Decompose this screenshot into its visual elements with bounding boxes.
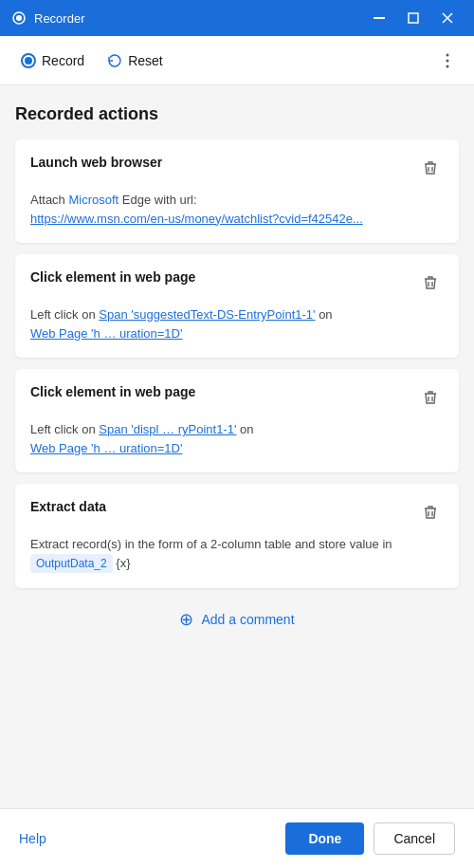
action-card-click-2: Click element in web page Left click on … xyxy=(15,369,459,472)
close-button[interactable] xyxy=(432,3,463,33)
card-body-4: Extract record(s) in the form of a 2-col… xyxy=(30,535,444,573)
card-body-text-4: Extract record(s) in the form of a 2-col… xyxy=(30,537,392,551)
maximize-button[interactable] xyxy=(398,3,428,33)
card-body-text-4b: {x} xyxy=(113,556,131,570)
svg-point-7 xyxy=(447,59,449,62)
card-body-1: Attach Microsoft Edge with url: https://… xyxy=(30,191,444,228)
section-title: Recorded actions xyxy=(15,104,459,124)
done-button[interactable]: Done xyxy=(285,822,364,855)
svg-point-1 xyxy=(16,15,22,21)
trash-icon-1 xyxy=(422,159,439,176)
card-header-1: Launch web browser xyxy=(30,155,444,181)
help-link[interactable]: Help xyxy=(19,831,46,846)
titlebar-title: Recorder xyxy=(34,11,84,26)
record-dot-inner xyxy=(25,57,32,65)
svg-rect-2 xyxy=(374,17,385,19)
add-comment-button[interactable]: ⊕ Add a comment xyxy=(15,600,459,639)
footer-buttons: Done Cancel xyxy=(285,822,455,855)
titlebar: Recorder xyxy=(0,0,474,36)
more-options-button[interactable] xyxy=(432,46,463,76)
reset-label: Reset xyxy=(128,53,163,68)
add-comment-label: Add a comment xyxy=(201,612,294,627)
card-body-2: Left click on Span 'suggestedText-DS-Ent… xyxy=(30,305,444,342)
action-card-click-1: Click element in web page Left click on … xyxy=(15,254,459,358)
record-dot xyxy=(21,53,36,68)
card-body-link-1[interactable]: https://www.msn.com/en-us/money/watchlis… xyxy=(30,212,363,226)
delete-button-4[interactable] xyxy=(417,499,444,526)
svg-point-6 xyxy=(447,53,449,56)
recorder-icon xyxy=(11,10,27,26)
card-title-2: Click element in web page xyxy=(30,269,195,285)
delete-button-2[interactable] xyxy=(417,269,444,296)
action-card-launch: Launch web browser Attach Microsoft Edge… xyxy=(15,139,459,243)
trash-icon-3 xyxy=(422,389,439,406)
card-title-1: Launch web browser xyxy=(30,155,162,170)
card-body-text-1: Attach Microsoft Edge with url: xyxy=(30,193,197,207)
minimize-button[interactable] xyxy=(364,3,394,33)
trash-icon-4 xyxy=(422,504,439,521)
delete-button-1[interactable] xyxy=(417,155,444,181)
titlebar-left: Recorder xyxy=(11,10,84,26)
footer: Help Done Cancel xyxy=(0,808,474,868)
main-content: Recorded actions Launch web browser Atta… xyxy=(0,85,474,808)
card-header-2: Click element in web page xyxy=(30,269,444,296)
card-body-link-2a[interactable]: Span 'suggestedText-DS-EntryPoint1-1' xyxy=(99,307,315,322)
card-body-link-3a[interactable]: Span 'displ … ryPoint1-1' xyxy=(99,422,236,436)
card-body-text-2a: Left click on xyxy=(30,307,99,322)
card-body-link-2b[interactable]: Web Page 'h … uration=1D' xyxy=(30,326,182,341)
trash-icon-2 xyxy=(422,274,439,291)
reset-button[interactable]: Reset xyxy=(98,47,173,74)
record-button[interactable]: Record xyxy=(11,47,94,74)
delete-button-3[interactable] xyxy=(417,384,444,411)
card-body-text-3a: Left click on xyxy=(30,422,99,436)
toolbar: Record Reset xyxy=(0,36,474,85)
svg-point-8 xyxy=(447,65,449,67)
reset-icon xyxy=(107,53,122,68)
svg-rect-3 xyxy=(409,13,418,23)
titlebar-controls xyxy=(364,3,463,33)
card-body-3: Left click on Span 'displ … ryPoint1-1' … xyxy=(30,420,444,457)
card-body-text-2b: on xyxy=(316,307,333,322)
record-label: Record xyxy=(42,53,84,68)
action-card-extract: Extract data Extract record(s) in the fo… xyxy=(15,484,459,588)
card-body-link-3b[interactable]: Web Page 'h … uration=1D' xyxy=(30,441,182,455)
card-title-3: Click element in web page xyxy=(30,384,195,399)
card-body-text-3b: on xyxy=(236,422,253,436)
card-header-4: Extract data xyxy=(30,499,444,526)
card-header-3: Click element in web page xyxy=(30,384,444,411)
cancel-button[interactable]: Cancel xyxy=(374,822,455,855)
card-title-4: Extract data xyxy=(30,499,106,514)
output-data-tag: OutputData_2 xyxy=(30,554,113,573)
add-comment-icon: ⊕ xyxy=(179,611,193,628)
more-icon xyxy=(446,52,449,69)
